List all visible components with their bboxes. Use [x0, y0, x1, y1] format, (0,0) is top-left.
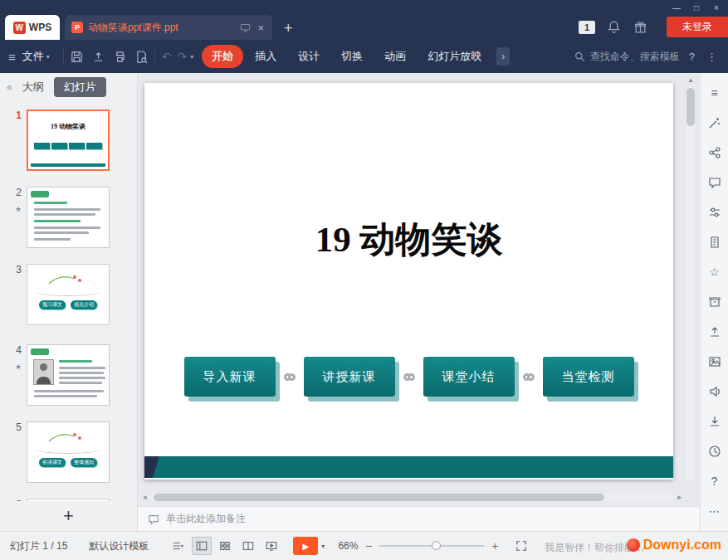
- thumbnail-canvas[interactable]: [27, 499, 110, 501]
- update-badge[interactable]: 1: [579, 21, 595, 34]
- help-icon[interactable]: ?: [686, 51, 697, 63]
- slide-title[interactable]: 19 动物笑谈: [144, 216, 673, 264]
- panel-lines-icon[interactable]: ≡: [701, 78, 728, 108]
- wps-logo-icon: W: [13, 22, 26, 34]
- slide-thumbnail-5[interactable]: 5 初读课文 整体感知: [0, 421, 110, 483]
- tab-home[interactable]: 开始: [202, 45, 243, 68]
- slide-thumbnail-4[interactable]: 4 ★: [0, 344, 110, 406]
- window-close-button[interactable]: ×: [706, 2, 726, 14]
- rail-help-icon[interactable]: ?: [701, 466, 728, 496]
- document-tab[interactable]: P 动物笑谈ppt课件.ppt ×: [65, 15, 272, 40]
- scroll-left-icon[interactable]: ◂: [143, 493, 147, 501]
- print-preview-icon[interactable]: [135, 51, 148, 63]
- horizontal-scrollbar[interactable]: ◂ ▸: [143, 492, 682, 502]
- export-share-icon[interactable]: [701, 317, 728, 347]
- beautify-wand-icon[interactable]: [701, 108, 728, 138]
- tab-outline[interactable]: 大纲: [22, 80, 44, 95]
- slide-button-intro[interactable]: 导入新课: [184, 357, 276, 397]
- maximize-button[interactable]: □: [686, 2, 706, 14]
- tab-insert[interactable]: 插入: [245, 45, 286, 68]
- wps-home-tab[interactable]: W WPS: [5, 15, 60, 40]
- slide-number: 2: [16, 187, 22, 198]
- thumbnail-title: 19 动物笑谈: [28, 122, 108, 131]
- slide-number: 6: [16, 499, 22, 501]
- slide-thumbnail-3[interactable]: 3 预习课文 相关介绍: [0, 264, 110, 325]
- tab-animations[interactable]: 动画: [374, 45, 416, 68]
- minimize-button[interactable]: —: [667, 2, 686, 14]
- comment-icon[interactable]: [701, 168, 728, 197]
- notes-placeholder[interactable]: 单击此处添加备注: [166, 512, 246, 526]
- tab-design[interactable]: 设计: [288, 45, 330, 68]
- footer-bar-accent: [144, 456, 159, 478]
- tab-transitions[interactable]: 切换: [331, 45, 373, 68]
- collapse-panel-icon[interactable]: «: [7, 81, 12, 93]
- download-icon[interactable]: [701, 407, 728, 436]
- zoom-out-button[interactable]: −: [363, 539, 374, 553]
- archive-box-icon[interactable]: [701, 287, 728, 317]
- normal-view-button[interactable]: [192, 537, 212, 555]
- image-icon[interactable]: [701, 347, 728, 377]
- slide-thumbnail-2[interactable]: 2 ★: [0, 187, 110, 248]
- slide-button-quiz[interactable]: 当堂检测: [543, 357, 634, 397]
- current-slide[interactable]: 19 动物笑谈 导入新课 讲授新课 课堂小结 当堂检测: [144, 83, 673, 480]
- tab-slideshow[interactable]: 幻灯片放映: [418, 45, 491, 68]
- vertical-scroll-thumb[interactable]: [686, 88, 695, 126]
- play-slideshow-button[interactable]: ▶: [293, 537, 318, 555]
- settings-sliders-icon[interactable]: [701, 197, 728, 227]
- slide-thumbnail-1[interactable]: 1 19 动物笑谈: [0, 110, 110, 171]
- tab-slides[interactable]: 幻灯片: [54, 77, 106, 97]
- notes-bar[interactable]: 单击此处添加备注: [138, 506, 700, 531]
- play-options-caret-icon[interactable]: ▾: [321, 543, 325, 550]
- export-icon[interactable]: [92, 51, 105, 63]
- tab-overflow-button[interactable]: ›: [496, 47, 510, 66]
- slide-button-teach[interactable]: 讲授新课: [304, 357, 395, 397]
- zoom-in-button[interactable]: +: [489, 539, 501, 553]
- file-menu[interactable]: 文件 ▾: [22, 49, 50, 64]
- add-slide-button[interactable]: +: [0, 504, 137, 528]
- new-tab-button[interactable]: +: [284, 21, 293, 36]
- vertical-scrollbar[interactable]: [686, 86, 695, 481]
- zoom-slider[interactable]: [379, 545, 484, 547]
- zoom-level[interactable]: 66%: [338, 540, 358, 552]
- speaker-icon[interactable]: [701, 377, 728, 407]
- redo-icon[interactable]: ↷: [178, 50, 188, 63]
- template-doc-icon[interactable]: [701, 227, 728, 257]
- undo-history-caret-icon[interactable]: ▾: [190, 53, 193, 61]
- gift-icon[interactable]: [633, 20, 648, 35]
- print-icon[interactable]: [114, 51, 126, 63]
- rail-more-icon[interactable]: ⋯: [701, 496, 728, 526]
- monitor-icon: [240, 22, 251, 33]
- more-options-icon[interactable]: ⋮: [704, 51, 720, 63]
- scroll-right-icon[interactable]: ▸: [677, 493, 682, 501]
- favorite-star-icon[interactable]: ☆: [701, 257, 728, 287]
- slideshow-view-button[interactable]: [261, 537, 281, 555]
- slide-thumbnail-6[interactable]: 6: [0, 499, 110, 501]
- view-switcher: [192, 537, 281, 555]
- tab-close-icon[interactable]: ×: [256, 22, 266, 34]
- undo-icon[interactable]: ↶: [162, 50, 172, 63]
- thumbnail-canvas[interactable]: 19 动物笑谈: [27, 110, 110, 171]
- zoom-slider-thumb[interactable]: [432, 541, 441, 550]
- fit-to-window-icon[interactable]: [515, 540, 527, 552]
- wps-logo-text: WPS: [29, 22, 51, 33]
- scroll-up-icon[interactable]: ▲: [687, 76, 694, 84]
- editing-canvas: 19 动物笑谈 导入新课 讲授新课 课堂小结 当堂检测 ▲ ◂ ▸: [138, 73, 700, 506]
- login-button[interactable]: 未登录: [667, 17, 728, 37]
- slide-sorter-view-button[interactable]: [215, 537, 235, 555]
- thumbnail-canvas[interactable]: 预习课文 相关介绍: [27, 264, 110, 325]
- thumbnail-canvas[interactable]: [27, 344, 110, 406]
- thumbnail-canvas[interactable]: 初读课文 整体感知: [27, 421, 110, 483]
- share-icon[interactable]: [701, 138, 728, 168]
- template-name[interactable]: 默认设计模板: [89, 539, 149, 553]
- slide-button-summary[interactable]: 课堂小结: [423, 357, 515, 397]
- notes-toggle-icon[interactable]: [172, 540, 183, 552]
- hamburger-menu-icon[interactable]: ≡: [8, 50, 16, 64]
- thumbnail-button: 整体感知: [71, 458, 97, 467]
- horizontal-scroll-thumb[interactable]: [154, 494, 604, 501]
- save-icon[interactable]: [71, 51, 83, 63]
- notification-icon[interactable]: [607, 20, 622, 35]
- thumbnail-canvas[interactable]: [27, 187, 110, 248]
- history-clock-icon[interactable]: [701, 436, 728, 466]
- reading-view-button[interactable]: [238, 537, 258, 555]
- command-search[interactable]: 查找命令、搜索模板: [574, 50, 680, 64]
